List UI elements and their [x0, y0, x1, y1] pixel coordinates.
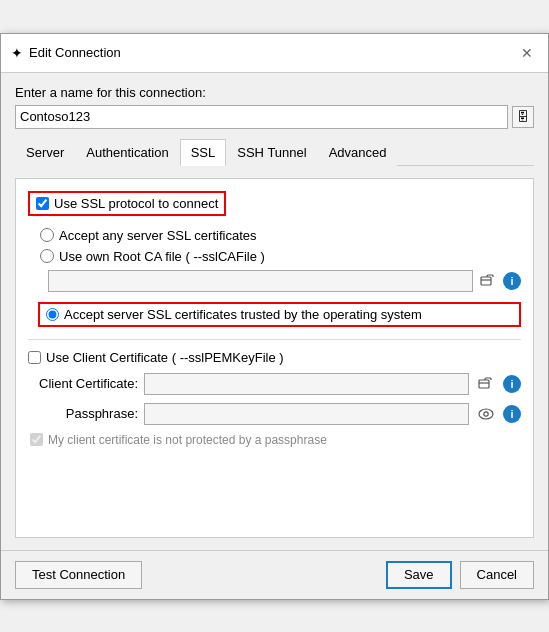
passphrase-note-checkbox [30, 433, 43, 446]
client-cert-info-icon[interactable]: i [503, 375, 521, 393]
ca-info-icon[interactable]: i [503, 272, 521, 290]
use-own-ca-radio[interactable] [40, 249, 54, 263]
client-cert-input[interactable] [144, 373, 469, 395]
accept-trusted-radio[interactable] [46, 308, 59, 321]
svg-rect-1 [479, 380, 489, 388]
passphrase-input[interactable] [144, 403, 469, 425]
title-bar: ✦ Edit Connection ✕ [1, 34, 548, 73]
accept-trusted-box: Accept server SSL certificates trusted b… [38, 302, 521, 327]
ca-browse-button[interactable] [477, 270, 499, 292]
svg-point-2 [479, 409, 493, 419]
use-client-cert-row: Use Client Certificate ( --sslPEMKeyFile… [28, 350, 521, 365]
accept-any-label: Accept any server SSL certificates [59, 228, 257, 243]
svg-point-3 [484, 411, 488, 415]
test-connection-button[interactable]: Test Connection [15, 561, 142, 589]
tab-authentication[interactable]: Authentication [75, 139, 179, 166]
close-button[interactable]: ✕ [516, 42, 538, 64]
title-bar-left: ✦ Edit Connection [11, 45, 121, 61]
accept-trusted-label: Accept server SSL certificates trusted b… [64, 307, 422, 322]
tab-ssl[interactable]: SSL [180, 139, 227, 166]
use-own-ca-row: Use own Root CA file ( --sslCAFile ) [38, 249, 521, 264]
save-button[interactable]: Save [386, 561, 452, 589]
connection-name-input[interactable] [15, 105, 508, 129]
passphrase-note-label: My client certificate is not protected b… [48, 433, 327, 447]
use-own-ca-label: Use own Root CA file ( --sslCAFile ) [59, 249, 265, 264]
use-ssl-box: Use SSL protocol to connect [28, 191, 226, 216]
tab-advanced[interactable]: Advanced [318, 139, 398, 166]
cancel-button[interactable]: Cancel [460, 561, 534, 589]
use-ssl-label: Use SSL protocol to connect [54, 196, 218, 211]
footer-right: Save Cancel [386, 561, 534, 589]
dialog-title: Edit Connection [29, 45, 121, 60]
divider [28, 339, 521, 340]
connection-name-row: 🗄 [15, 105, 534, 129]
passphrase-info-icon[interactable]: i [503, 405, 521, 423]
passphrase-field-label: Passphrase: [28, 406, 138, 421]
tab-server[interactable]: Server [15, 139, 75, 166]
dialog-footer: Test Connection Save Cancel [1, 550, 548, 599]
ssl-tab-content: Use SSL protocol to connect Accept any s… [15, 178, 534, 538]
tabs-bar: Server Authentication SSL SSH Tunnel Adv… [15, 139, 534, 166]
accept-any-radio[interactable] [40, 228, 54, 242]
tab-ssh-tunnel[interactable]: SSH Tunnel [226, 139, 317, 166]
passphrase-eye-button[interactable] [475, 403, 497, 425]
dialog-body: Enter a name for this connection: 🗄 Serv… [1, 73, 548, 550]
use-client-cert-checkbox[interactable] [28, 351, 41, 364]
edit-connection-dialog: ✦ Edit Connection ✕ Enter a name for thi… [0, 33, 549, 600]
use-client-cert-label: Use Client Certificate ( --sslPEMKeyFile… [46, 350, 284, 365]
use-ssl-checkbox[interactable] [36, 197, 49, 210]
passphrase-field-row: Passphrase: i [28, 403, 521, 425]
accept-any-row: Accept any server SSL certificates [38, 228, 521, 243]
ca-file-row: i [28, 270, 521, 292]
app-icon: ✦ [11, 45, 23, 61]
svg-rect-0 [481, 277, 491, 285]
passphrase-check-row: My client certificate is not protected b… [28, 433, 521, 447]
connection-name-label: Enter a name for this connection: [15, 85, 534, 100]
client-cert-field-label: Client Certificate: [28, 376, 138, 391]
client-cert-browse-button[interactable] [475, 373, 497, 395]
client-cert-field-row: Client Certificate: i [28, 373, 521, 395]
ca-file-input[interactable] [48, 270, 473, 292]
db-icon-button[interactable]: 🗄 [512, 106, 534, 128]
